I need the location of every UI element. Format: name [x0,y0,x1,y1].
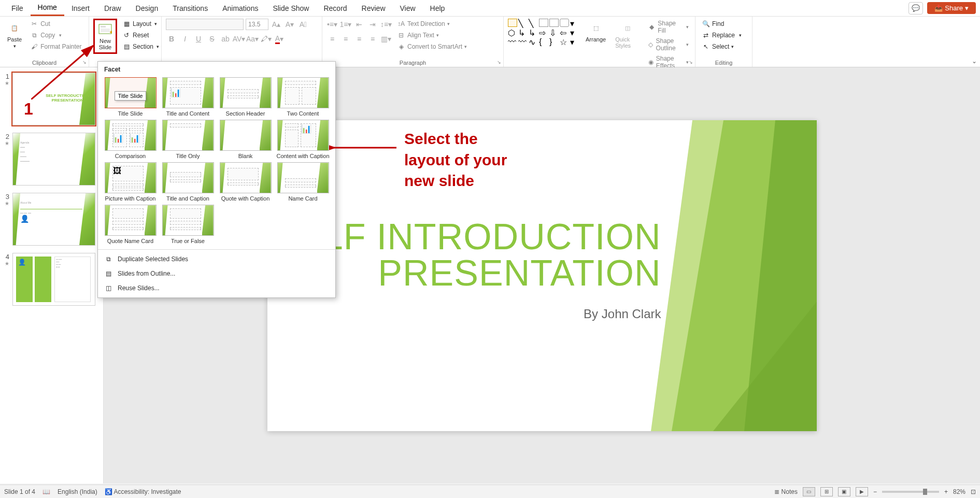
fit-to-window-button[interactable]: ⊡ [971,488,976,495]
layout-blank[interactable] [220,120,272,151]
notes-label: Notes [782,488,798,495]
layout-comparison[interactable]: 📊📊 [105,120,157,151]
strikethrough-button[interactable]: S [206,33,218,45]
tab-review[interactable]: Review [354,1,393,16]
font-size-input[interactable]: 13.5 [246,19,268,30]
share-button[interactable]: 📤Share▾ [927,2,976,14]
layout-title-content[interactable]: 📊 [162,77,214,108]
layout-picture-caption[interactable]: 🖼 [105,162,157,193]
tab-view[interactable]: View [393,1,423,16]
zoom-out-button[interactable]: − [873,488,877,495]
align-left-button[interactable]: ≡ [326,33,338,45]
thumbnail-slide-3[interactable]: About Me ━━ ━━ ━━👤 [12,193,95,246]
tab-file[interactable]: File [4,1,31,16]
slide-subtitle[interactable]: By John Clark [584,307,661,321]
collapse-ribbon-button[interactable]: ⌄ [972,58,977,65]
find-icon: 🔍 [702,20,710,28]
current-slide[interactable]: ELF INTRODUCTION PRESENTATION By John Cl… [267,120,817,431]
underline-button[interactable]: U [193,33,204,45]
layout-quote-caption[interactable] [220,162,272,193]
select-icon: ↖ [702,42,710,51]
numbering-button[interactable]: 1≡▾ [340,19,351,30]
layout-name-card[interactable] [277,162,329,193]
shape-fill-button[interactable]: ◆Shape Fill▾ [646,19,691,35]
layout-two-content[interactable] [277,77,329,108]
char-spacing-button[interactable]: AV▾ [233,33,245,45]
notes-button[interactable]: ≣ Notes [774,488,798,495]
decrease-indent-button[interactable]: ⇤ [353,19,365,30]
convert-smartart-button[interactable]: ◈Convert to SmartArt▾ [395,41,469,52]
normal-view-button[interactable]: ▭ [803,487,815,496]
thumbnail-slide-4[interactable]: ━━ ━━━━━━━━ ━━⚙⚙ 👤 [12,253,95,306]
reuse-slides-item[interactable]: ◫Reuse Slides... [98,281,335,295]
bullets-button[interactable]: •≡▾ [326,19,338,30]
spell-check-icon[interactable]: 📖 [42,488,50,495]
anno-text-l3: new slide [404,172,474,189]
align-center-button[interactable]: ≡ [340,33,351,45]
increase-indent-button[interactable]: ⇥ [367,19,378,30]
find-button[interactable]: 🔍Find [700,19,744,29]
tab-help[interactable]: Help [423,1,452,16]
zoom-slider[interactable] [882,491,939,493]
layout-title-only[interactable] [162,120,214,151]
animation-star-icon: ★ [5,201,9,206]
tab-animations[interactable]: Animations [215,1,265,16]
comments-button[interactable]: 💬 [908,2,923,15]
layout-quote-name-card[interactable] [105,205,157,236]
tab-slideshow[interactable]: Slide Show [265,1,316,16]
align-text-button[interactable]: ⊟Align Text▾ [395,30,469,40]
cut-button[interactable]: ✂Cut [28,19,83,29]
tab-record[interactable]: Record [316,1,354,16]
bold-button[interactable]: B [166,33,177,45]
section-button[interactable]: ▤Section▾ [120,41,161,52]
italic-button[interactable]: I [179,33,191,45]
paste-button[interactable]: 📋 Paste ▾ [4,19,25,51]
accessibility-checker[interactable]: ♿ Accessibility: Investigate [105,488,181,495]
clear-formatting-button[interactable]: A⃠ [297,19,309,30]
change-case-button[interactable]: Aa▾ [247,33,258,45]
zoom-level[interactable]: 82% [953,488,965,495]
select-button[interactable]: ↖Select▾ [700,41,744,52]
highlight-button[interactable]: 🖍▾ [260,33,272,45]
tab-draw[interactable]: Draw [97,1,129,16]
zoom-in-button[interactable]: + [944,488,948,495]
font-color-button[interactable]: A▾ [274,33,285,45]
tab-insert[interactable]: Insert [64,1,97,16]
layout-button[interactable]: ▦Layout▾ [120,19,161,29]
tab-transitions[interactable]: Transitions [165,1,215,16]
language-indicator[interactable]: English (India) [58,488,97,495]
layout-title-caption[interactable] [162,162,214,193]
quick-styles-button[interactable]: ◫ Quick Styles [612,19,643,51]
tab-home[interactable]: Home [31,0,64,16]
copy-button[interactable]: ⧉Copy▾ [28,30,83,40]
layout-true-false[interactable] [162,205,214,236]
animation-star-icon: ★ [5,261,9,266]
shapes-gallery[interactable]: ╲ ╲ ▾ ⬡ ↳ ↳ ⇨ ⇩ ⇦ ▾ 〰 〰 ∿ { } ☆ ▾ [508,19,579,46]
justify-button[interactable]: ≡ [367,33,378,45]
slide-counter[interactable]: Slide 1 of 4 [4,488,35,495]
grow-font-button[interactable]: A▴ [271,19,282,30]
reset-button[interactable]: ↺Reset [120,30,161,40]
tab-design[interactable]: Design [129,1,166,16]
replace-button[interactable]: ⇄Replace▾ [700,30,744,40]
paragraph-launcher[interactable]: ↘ [497,60,501,65]
drawing-launcher[interactable]: ↘ [689,60,693,65]
shape-outline-button[interactable]: ◇Shape Outline▾ [646,36,691,53]
slides-from-outline-item[interactable]: ▤Slides from Outline... [98,266,335,281]
layout-title-slide[interactable]: Title Slide [105,77,157,108]
layout-content-caption[interactable]: 📊 [277,120,329,151]
layout-section-header[interactable] [220,77,272,108]
slide-sorter-button[interactable]: ⊞ [820,487,833,496]
duplicate-slides-item[interactable]: ⧉Duplicate Selected Slides [98,252,335,266]
line-spacing-button[interactable]: ↕≡▾ [380,19,392,30]
shadow-button[interactable]: ab [220,33,231,45]
thumbnail-slide-2[interactable]: Agenda━━━━━━━━━━━━━━━━ [12,133,95,186]
slideshow-view-button[interactable]: ▶ [856,487,868,496]
text-direction-button[interactable]: ↕AText Direction▾ [395,19,469,29]
align-right-button[interactable]: ≡ [353,33,365,45]
columns-button[interactable]: ▥▾ [380,33,392,45]
reading-view-button[interactable]: ▣ [838,487,850,496]
shrink-font-button[interactable]: A▾ [284,19,295,30]
arrange-button[interactable]: ⬚ Arrange [583,19,609,45]
font-name-input[interactable] [166,19,244,30]
